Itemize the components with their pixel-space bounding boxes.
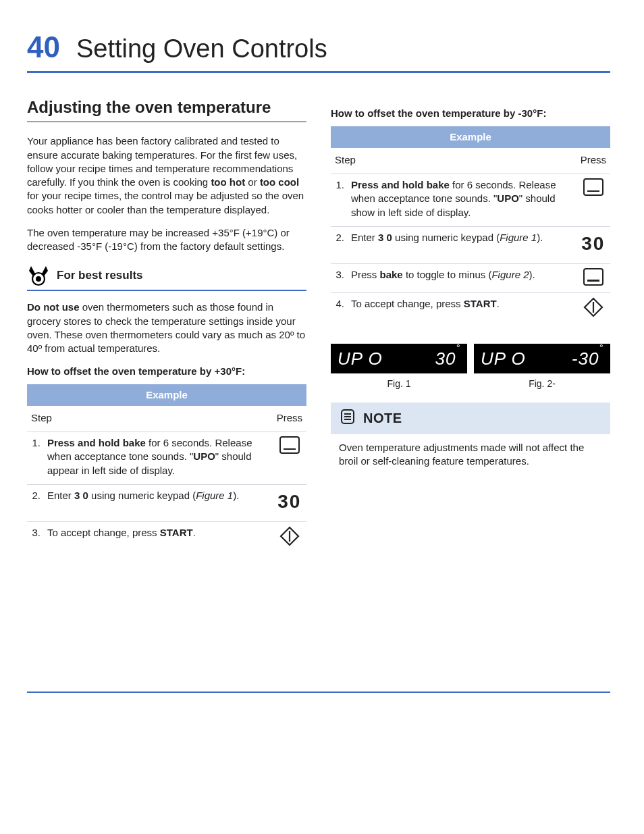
press-icon-cell [273, 432, 306, 485]
page-title: Setting Oven Controls [76, 32, 327, 66]
page-number: 40 [27, 27, 60, 67]
howto-plus-heading: How to offset the oven temperature by +3… [27, 365, 306, 378]
note-box: NOTE Oven temperature adjustments made w… [331, 402, 610, 473]
bake-button-icon [583, 178, 603, 196]
note-icon [339, 408, 356, 429]
display-figure-1: UP O 30° [331, 344, 467, 373]
left-column: Adjusting the oven temperature Your appl… [27, 97, 306, 556]
display-figure-2: UP O -30° [474, 344, 610, 373]
svg-point-1 [36, 276, 41, 282]
howto-minus-heading: How to offset the oven temperature by -3… [331, 107, 610, 120]
step-number: 3. [27, 521, 45, 556]
example-table-plus: Example Step Press 1.Press and hold bake… [27, 384, 306, 556]
note-label: NOTE [363, 409, 402, 427]
footer-rule [27, 692, 610, 693]
step-number: 3. [331, 263, 348, 292]
table-row: 2.Enter 3 0 using numeric keypad (Figure… [331, 226, 610, 263]
bake-button-icon [279, 436, 300, 454]
section-heading: Adjusting the oven temperature [27, 97, 306, 122]
press-icon-cell [273, 521, 306, 556]
figure-captions: Fig. 1 Fig. 2- [331, 377, 610, 390]
text: or [245, 176, 260, 188]
step-text: To accept change, press START. [348, 292, 576, 328]
step-text: Enter 3 0 using numeric keypad (Figure 1… [45, 484, 273, 521]
display-figures: UP O 30° UP O -30° [331, 344, 610, 373]
col-press: Press [576, 148, 610, 174]
example-table-minus: Example Step Press 1.Press and hold bake… [331, 126, 610, 328]
step-text: Enter 3 0 using numeric keypad (Figure 1… [348, 226, 576, 263]
step-number: 1. [27, 432, 45, 485]
press-icon-cell [576, 174, 610, 227]
col-press: Press [273, 406, 306, 432]
bake-button-icon [583, 268, 603, 286]
ribbon-icon [27, 264, 50, 287]
intro-paragraph-1: Your appliance has been factory calibrat… [27, 134, 306, 217]
start-button-icon [583, 308, 603, 319]
table-row: 2.Enter 3 0 using numeric keypad (Figure… [27, 484, 306, 521]
text-bold: too hot [211, 176, 245, 188]
step-number: 1. [331, 174, 348, 227]
table-row: 1.Press and hold bake for 6 seconds. Rel… [331, 174, 610, 227]
note-body: Oven temperature adjustments made will n… [331, 434, 610, 473]
fig1-caption: Fig. 1 [331, 377, 467, 390]
step-number: 4. [331, 292, 348, 328]
step-text: Press and hold bake for 6 seconds. Relea… [45, 432, 273, 485]
table-row: 3.Press bake to toggle to minus (Figure … [331, 263, 610, 292]
text-bold: Do not use [27, 301, 80, 313]
step-text: To accept change, press START. [45, 521, 273, 556]
page-header: 40 Setting Oven Controls [27, 27, 610, 73]
press-icon-cell: 30 [576, 226, 610, 263]
best-results-label: For best results [57, 268, 143, 284]
content-columns: Adjusting the oven temperature Your appl… [27, 97, 610, 556]
table-header: Example [27, 384, 306, 406]
fig2-caption: Fig. 2- [474, 377, 610, 390]
table-header: Example [331, 126, 610, 148]
table-row: 4.To accept change, press START. [331, 292, 610, 328]
step-number: 2. [27, 484, 45, 521]
table-row: 3.To accept change, press START. [27, 521, 306, 556]
intro-paragraph-2: The oven temperature may be increased +3… [27, 226, 306, 254]
press-icon-cell: 30 [273, 484, 306, 521]
col-step: Step [331, 148, 576, 174]
col-step: Step [27, 406, 273, 432]
seg-right: 30° [435, 347, 460, 371]
seg-left: UP O [338, 347, 383, 371]
step-number: 2. [331, 226, 348, 263]
seg-left: UP O [481, 347, 526, 371]
right-column: How to offset the oven temperature by -3… [331, 97, 610, 472]
best-results-body: Do not use oven thermometers such as tho… [27, 301, 306, 355]
keypad-number-icon: 30 [277, 491, 301, 512]
text: for your recipe times, the control may b… [27, 190, 304, 215]
table-row: 1.Press and hold bake for 6 seconds. Rel… [27, 432, 306, 485]
start-button-icon [279, 537, 300, 548]
step-text: Press and hold bake for 6 seconds. Relea… [348, 174, 576, 227]
seg-right: -30° [572, 347, 603, 371]
press-icon-cell [576, 263, 610, 292]
note-header: NOTE [331, 402, 610, 434]
text-bold: too cool [260, 176, 299, 188]
keypad-number-icon: 30 [581, 233, 605, 254]
step-text: Press bake to toggle to minus (Figure 2)… [348, 263, 576, 292]
press-icon-cell [576, 292, 610, 328]
best-results-heading: For best results [27, 264, 306, 291]
